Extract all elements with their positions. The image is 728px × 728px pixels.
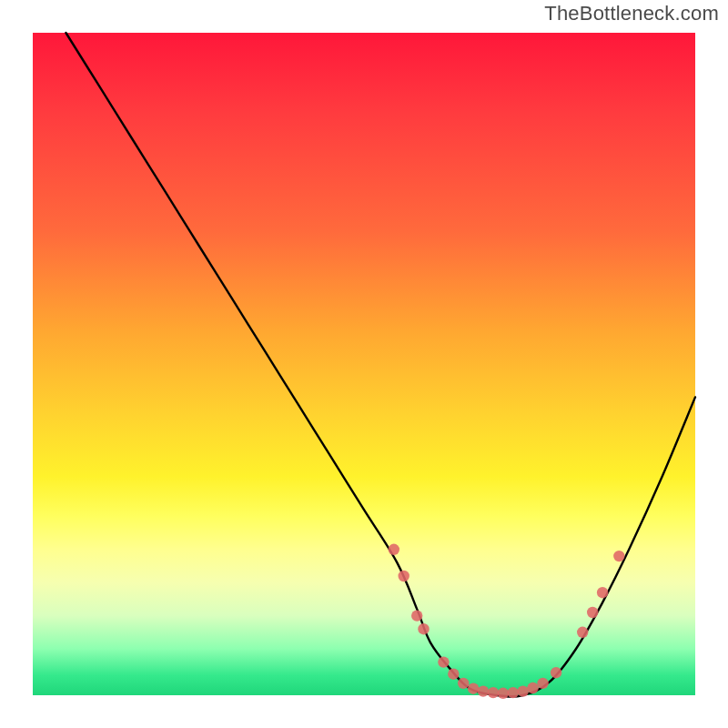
marker-dot — [488, 687, 499, 698]
marker-dot — [577, 627, 588, 638]
watermark-text: TheBottleneck.com — [544, 2, 719, 25]
marker-dot — [537, 678, 548, 689]
marker-dot — [613, 551, 624, 561]
curve-markers — [389, 544, 625, 699]
marker-dot — [458, 678, 469, 689]
marker-dot — [527, 682, 538, 693]
marker-dot — [438, 656, 449, 667]
marker-dot — [498, 688, 509, 699]
plot-area — [33, 33, 695, 695]
marker-dot — [518, 685, 529, 696]
marker-dot — [418, 623, 429, 634]
marker-dot — [448, 669, 459, 680]
marker-dot — [478, 685, 489, 696]
marker-dot — [551, 667, 561, 678]
chart-stage: TheBottleneck.com — [0, 0, 728, 728]
marker-dot — [468, 683, 479, 694]
marker-dot — [411, 610, 422, 621]
curve-svg — [33, 33, 695, 695]
marker-dot — [389, 544, 399, 555]
marker-dot — [508, 687, 519, 698]
marker-dot — [597, 587, 608, 598]
marker-dot — [587, 607, 598, 618]
marker-dot — [399, 571, 410, 581]
